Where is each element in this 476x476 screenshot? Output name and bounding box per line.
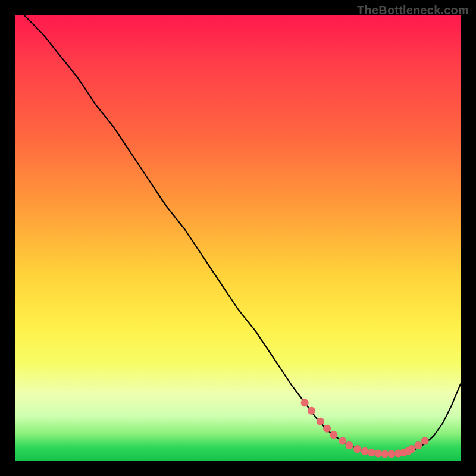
data-marker: [361, 447, 369, 455]
data-marker: [308, 407, 315, 415]
chart-overlay-svg: [15, 15, 461, 461]
data-marker: [323, 425, 331, 433]
data-marker: [353, 445, 361, 453]
bottleneck-curve: [24, 15, 461, 454]
data-marker: [330, 431, 337, 439]
data-marker: [339, 437, 346, 445]
data-marker: [317, 418, 324, 425]
data-marker: [368, 449, 375, 456]
chart-stage: TheBottleneck.com: [0, 0, 476, 476]
data-marker: [408, 445, 415, 453]
watermark-text: TheBottleneck.com: [357, 4, 469, 17]
data-marker: [414, 441, 422, 449]
data-marker: [421, 437, 429, 445]
data-marker: [301, 399, 309, 406]
marker-group: [301, 399, 429, 458]
chart-plot-area: [15, 15, 461, 461]
data-marker: [346, 441, 353, 449]
